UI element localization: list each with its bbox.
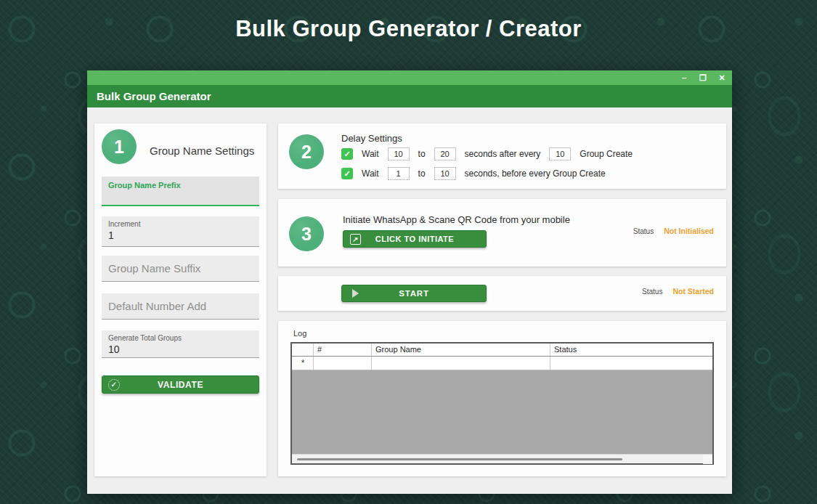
wait-label: Wait xyxy=(362,149,379,159)
seconds-after-every-label: seconds after every xyxy=(465,149,541,159)
validate-button[interactable]: ✓ VALIDATE xyxy=(102,375,259,394)
log-card: Log # Group Name Status * xyxy=(278,321,726,476)
validate-button-label: VALIDATE xyxy=(158,380,203,390)
initiate-status: Status Not Initialised xyxy=(633,227,714,235)
to-label-2: to xyxy=(418,168,426,179)
row-header-cell xyxy=(292,344,314,356)
delay-row-after: ✓ Wait to seconds after every Group Crea… xyxy=(341,147,637,160)
new-row-marker: * xyxy=(301,358,305,368)
initiate-title: Initiate WhatsApp & Scane QR Code from y… xyxy=(343,214,570,225)
cell-number xyxy=(314,357,372,370)
start-status-label: Status xyxy=(642,288,662,296)
initiate-status-label: Status xyxy=(633,227,654,235)
default-number-add-field[interactable]: Default Number Add xyxy=(102,293,259,320)
seconds-before-every-label: seconds, before every Group Create xyxy=(465,168,606,179)
group-name-prefix-field[interactable]: Group Name Prefix xyxy=(102,176,259,206)
app-window: – ❐ ✕ Bulk Group Generator 1 Group Name … xyxy=(87,70,732,494)
generate-total-groups-label: Generate Total Groups xyxy=(108,334,182,342)
group-name-suffix-field[interactable]: Group Name Suffix xyxy=(102,256,259,282)
initiate-card: 3 Initiate WhatsApp & Scane QR Code from… xyxy=(278,199,726,267)
after-every-input[interactable] xyxy=(549,147,571,160)
wait-label-2: Wait xyxy=(362,168,379,179)
column-header-status: Status xyxy=(550,344,712,356)
window-titlebar: Bulk Group Generator xyxy=(87,85,732,107)
delay-settings-card: 2 Delay Settings ✓ Wait to seconds after… xyxy=(278,123,726,189)
start-card: START Status Not Started xyxy=(278,276,726,311)
table-row[interactable]: * xyxy=(292,357,712,370)
cell-status xyxy=(550,357,712,370)
initiate-status-value: Not Initialised xyxy=(664,227,714,235)
start-button-label: START xyxy=(399,289,428,298)
horizontal-scrollbar[interactable] xyxy=(292,454,712,463)
generate-total-groups-field[interactable]: Generate Total Groups 10 xyxy=(102,330,259,358)
step-1-title: Group Name Settings xyxy=(150,145,254,157)
column-header-number: # xyxy=(314,344,372,356)
validate-badge-icon: ✓ xyxy=(108,379,120,391)
group-name-suffix-placeholder: Group Name Suffix xyxy=(108,262,200,275)
to-label: to xyxy=(418,149,426,159)
start-status: Status Not Started xyxy=(642,287,714,296)
step-1-badge: 1 xyxy=(102,129,137,164)
cell-group-name xyxy=(372,357,550,370)
maximize-icon[interactable]: ❐ xyxy=(699,70,707,85)
page-title: Bulk Group Generator / Creator xyxy=(0,16,817,42)
generate-total-groups-value: 10 xyxy=(108,344,120,355)
close-icon[interactable]: ✕ xyxy=(718,70,726,85)
delay-settings-title: Delay Settings xyxy=(341,133,402,144)
click-to-initiate-button[interactable]: ↗ CLICK TO INITIATE xyxy=(343,230,487,248)
delay-row-before: ✓ Wait to seconds, before every Group Cr… xyxy=(341,167,610,180)
after-from-input[interactable] xyxy=(388,147,410,160)
start-status-value: Not Started xyxy=(672,287,714,296)
scrollbar-thumb[interactable] xyxy=(297,458,622,460)
before-from-input[interactable] xyxy=(388,167,410,180)
group-create-label: Group Create xyxy=(580,149,633,159)
delay-before-checkbox[interactable]: ✓ xyxy=(341,168,353,179)
increment-label: Increment xyxy=(108,220,140,228)
window-top-strip: – ❐ ✕ xyxy=(87,70,732,85)
start-button[interactable]: START xyxy=(341,285,487,302)
window-title: Bulk Group Generator xyxy=(97,90,211,102)
minimize-icon[interactable]: – xyxy=(680,70,688,85)
group-name-prefix-label: Group Name Prefix xyxy=(108,181,181,190)
log-label: Log xyxy=(293,329,306,338)
default-number-add-placeholder: Default Number Add xyxy=(108,300,206,312)
launch-icon: ↗ xyxy=(350,234,361,245)
step-2-badge: 2 xyxy=(289,134,324,169)
after-to-input[interactable] xyxy=(434,147,456,160)
play-icon xyxy=(352,289,359,298)
before-to-input[interactable] xyxy=(434,167,456,180)
column-header-group-name: Group Name xyxy=(372,344,550,356)
increment-value: 1 xyxy=(108,229,114,241)
step-3-badge: 3 xyxy=(289,216,324,251)
increment-field[interactable]: Increment 1 xyxy=(102,216,259,247)
click-to-initiate-label: CLICK TO INITIATE xyxy=(375,235,454,243)
log-table[interactable]: # Group Name Status * xyxy=(290,342,714,465)
delay-after-checkbox[interactable]: ✓ xyxy=(341,148,353,160)
window-controls: – ❐ ✕ xyxy=(680,70,726,85)
scrollbar-corner xyxy=(703,455,712,464)
log-table-header: # Group Name Status xyxy=(292,344,712,357)
group-name-settings-card: 1 Group Name Settings Group Name Prefix … xyxy=(94,123,267,476)
